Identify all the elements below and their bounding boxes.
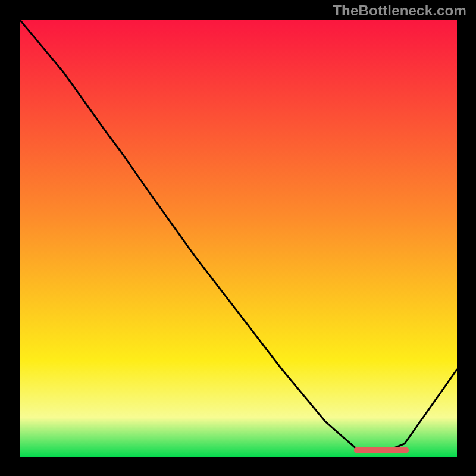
plot-area xyxy=(20,20,457,457)
optimal-range-marker xyxy=(354,447,409,453)
attribution-label: TheBottleneck.com xyxy=(333,2,466,19)
chart-canvas: TheBottleneck.com xyxy=(0,0,476,476)
bottleneck-curve xyxy=(20,20,457,457)
